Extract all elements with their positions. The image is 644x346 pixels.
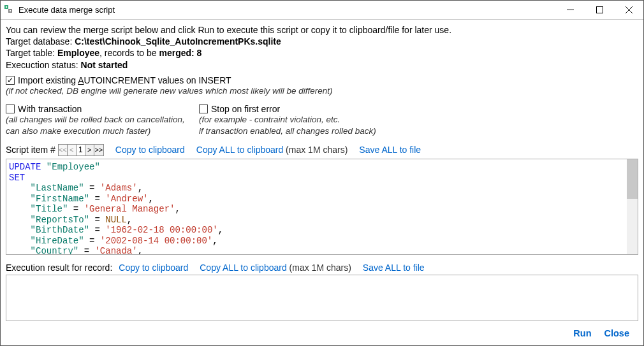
result-copy-to-clipboard-link[interactable]: Copy to clipboard — [119, 263, 188, 273]
run-button[interactable]: Run — [573, 328, 591, 338]
stop-on-error-col: Stop on first error (for example - contr… — [199, 104, 638, 136]
maximize-icon — [596, 6, 603, 13]
target-db-value: C:\test\Chinook_Sqlite_AutoIncrementPKs.… — [75, 36, 281, 47]
copy-all-group: Copy ALL to clipboard (max 1M chars) — [196, 145, 348, 155]
save-all-to-file-link[interactable]: Save ALL to file — [359, 145, 421, 155]
minimize-icon — [567, 6, 574, 13]
import-autoincrement-label[interactable]: Import existing AUTOINCREMENT values on … — [18, 75, 231, 85]
close-button[interactable]: Close — [604, 328, 630, 338]
exec-status-value: Not started — [81, 60, 128, 70]
stop-on-error-hint1: (for example - contraint violation, etc. — [199, 114, 638, 126]
pager: << < 1 > >> — [58, 144, 104, 156]
target-db-label: Target database: — [6, 36, 75, 47]
minimize-button[interactable] — [555, 1, 585, 19]
with-transaction-col: With transaction (all changes will be ro… — [6, 104, 199, 136]
with-transaction-checkbox[interactable] — [6, 105, 15, 113]
execution-result-box[interactable] — [6, 275, 638, 321]
sql-script-box: UPDATE "Employee" SET "LastName" = 'Adam… — [6, 159, 638, 255]
import-autoincrement-hint: (if not checked, DB engine will generate… — [6, 85, 638, 97]
app-icon — [4, 5, 15, 15]
target-table-value: Employee — [57, 48, 99, 58]
window-buttons — [555, 1, 643, 19]
pager-last-button[interactable]: >> — [94, 145, 103, 155]
maximize-button[interactable] — [585, 1, 614, 19]
pager-first-button[interactable]: << — [59, 145, 68, 155]
target-database-line: Target database: C:\test\Chinook_Sqlite_… — [6, 36, 638, 47]
target-table-line: Target table: Employee, records to be me… — [6, 47, 638, 59]
records-value: merged: 8 — [159, 48, 201, 58]
svg-rect-1 — [596, 7, 603, 13]
copy-all-to-clipboard-link[interactable]: Copy ALL to clipboard — [196, 145, 283, 155]
result-copy-all-note: (max 1M chars) — [287, 263, 351, 273]
result-copy-all-to-clipboard-link[interactable]: Copy ALL to clipboard — [200, 263, 286, 273]
result-save-all-to-file-link[interactable]: Save ALL to file — [363, 263, 425, 273]
with-transaction-hint1: (all changes will be rolled back on canc… — [6, 114, 199, 126]
import-autoincrement-row: Import existing AUTOINCREMENT values on … — [6, 75, 638, 85]
with-transaction-label[interactable]: With transaction — [18, 104, 82, 114]
result-copy-all-group: Copy ALL to clipboard (max 1M chars) — [200, 263, 351, 273]
close-window-button[interactable] — [614, 1, 643, 19]
stop-on-error-hint2: if transaction enabled, all changes roll… — [199, 126, 638, 137]
exec-status-line: Execuction status: Not started — [6, 59, 638, 71]
options-row: With transaction (all changes will be ro… — [6, 104, 638, 136]
intro-text: You can review the merge script below an… — [6, 24, 638, 36]
dialog-content: You can review the merge script below an… — [1, 20, 643, 345]
script-toolbar: Script item # << < 1 > >> Copy to clipbo… — [6, 143, 638, 157]
import-autoincrement-checkbox[interactable] — [6, 76, 15, 85]
close-icon — [626, 6, 633, 13]
stop-on-error-label[interactable]: Stop on first error — [211, 104, 280, 114]
with-transaction-hint2: can also make execution much faster) — [6, 126, 199, 137]
pager-value[interactable]: 1 — [77, 145, 85, 155]
stop-on-error-checkbox[interactable] — [199, 105, 208, 113]
copy-all-note: (max 1M chars) — [283, 145, 348, 155]
records-label: , records to be — [99, 48, 159, 58]
script-item-label: Script item # — [6, 145, 55, 155]
result-label: Execution result for record: — [6, 263, 112, 273]
sql-scroll-thumb[interactable] — [627, 159, 638, 199]
sql-scrollbar[interactable] — [627, 159, 638, 254]
result-toolbar: Execution result for record: Copy to cli… — [6, 263, 638, 273]
pager-next-button[interactable]: > — [85, 145, 94, 155]
titlebar: Execute data merge script — [1, 1, 643, 20]
dialog-window: Execute data merge script You can review… — [0, 0, 644, 346]
exec-status-label: Execuction status: — [6, 60, 81, 70]
copy-to-clipboard-link[interactable]: Copy to clipboard — [115, 145, 185, 155]
window-title: Execute data merge script — [18, 5, 555, 15]
dialog-footer: Run Close — [6, 321, 638, 345]
pager-prev-button[interactable]: < — [68, 145, 77, 155]
sql-script-text[interactable]: UPDATE "Employee" SET "LastName" = 'Adam… — [6, 159, 627, 254]
target-table-label: Target table: — [6, 48, 57, 58]
